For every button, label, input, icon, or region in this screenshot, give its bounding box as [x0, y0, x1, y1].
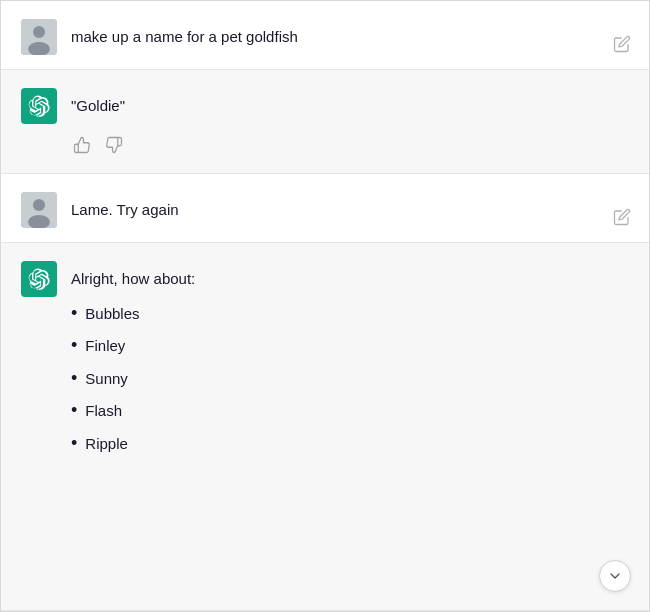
message-block-3: Lame. Try again [1, 174, 649, 243]
thumbs-up-icon [73, 136, 91, 154]
message-text-4: Alright, how about: [71, 270, 195, 287]
chevron-down-icon [607, 568, 623, 584]
edit-icon-1 [613, 35, 631, 53]
message-row-1: make up a name for a pet goldfish [21, 19, 629, 55]
thumbs-up-button[interactable] [71, 134, 93, 159]
thumbs-down-icon [105, 136, 123, 154]
thumbs-down-button[interactable] [103, 134, 125, 159]
feedback-row-2 [71, 134, 629, 159]
svg-point-4 [33, 199, 45, 211]
message-block-2: "Goldie" [1, 70, 649, 174]
list-item-2: Finley [71, 329, 629, 361]
message-row-3: Lame. Try again [21, 192, 629, 228]
scroll-down-button[interactable] [599, 560, 631, 592]
svg-point-1 [33, 26, 45, 38]
suggestion-list: Bubbles Finley Sunny Flash Ripple [71, 297, 629, 459]
ai-avatar-4 [21, 261, 57, 297]
message-row-4: Alright, how about: Bubbles Finley Sunny… [21, 261, 629, 459]
list-item-3: Sunny [71, 362, 629, 394]
edit-icon-wrap-3[interactable] [613, 208, 631, 230]
message-block-1: make up a name for a pet goldfish [1, 1, 649, 70]
message-text-1: make up a name for a pet goldfish [71, 19, 629, 49]
message-block-4: Alright, how about: Bubbles Finley Sunny… [1, 243, 649, 611]
chat-container: make up a name for a pet goldfish "Goldi… [0, 0, 650, 612]
edit-icon-3 [613, 208, 631, 226]
edit-icon-wrap-1[interactable] [613, 35, 631, 57]
list-item-4: Flash [71, 394, 629, 426]
message-text-3: Lame. Try again [71, 192, 629, 222]
user-avatar-1 [21, 19, 57, 55]
list-item-1: Bubbles [71, 297, 629, 329]
message-content-4: Alright, how about: Bubbles Finley Sunny… [71, 261, 629, 459]
user-avatar-3 [21, 192, 57, 228]
message-text-2: "Goldie" [71, 88, 629, 118]
ai-avatar-2 [21, 88, 57, 124]
message-row-2: "Goldie" [21, 88, 629, 124]
list-item-5: Ripple [71, 427, 629, 459]
